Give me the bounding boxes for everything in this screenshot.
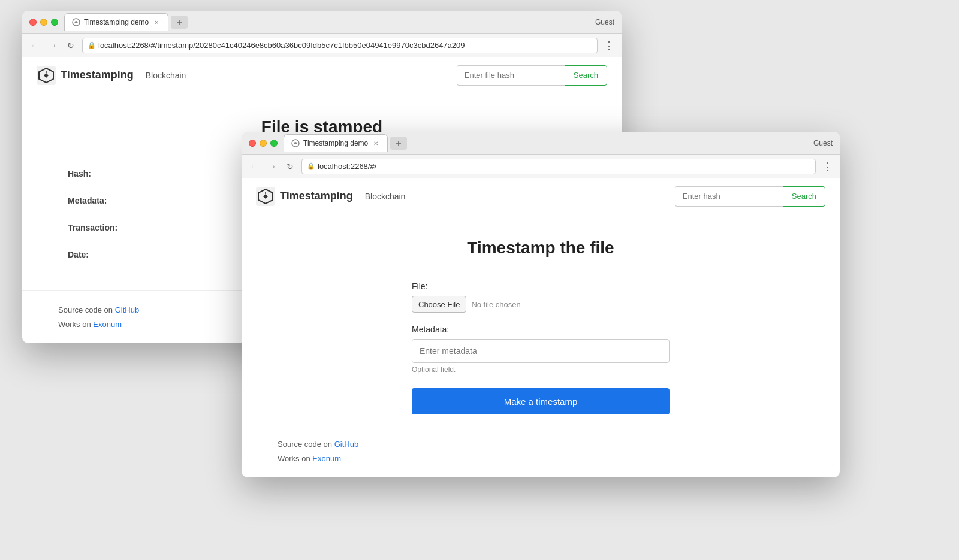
new-tab-button-front[interactable]	[390, 137, 407, 150]
brand-front: Timestamping	[256, 187, 353, 206]
minimize-button-front[interactable]	[260, 140, 267, 147]
search-area-front: Search	[675, 186, 825, 207]
url-bar-front[interactable]: 🔒 localhost:2268/#/	[301, 159, 816, 174]
traffic-lights-back	[29, 19, 58, 26]
label-metadata: Metadata:	[58, 187, 142, 214]
file-label: File:	[412, 281, 670, 291]
close-button-back[interactable]	[29, 19, 37, 26]
tab-favicon-front	[291, 139, 300, 147]
app-content-front: Timestamping Blockchain Search Timestamp…	[242, 178, 840, 477]
maximize-button-front[interactable]	[270, 140, 278, 147]
url-bar-back[interactable]: 🔒 localhost:2268/#/timestamp/20280c41c40…	[82, 38, 598, 53]
optional-text: Optional field.	[412, 365, 670, 374]
titlebar-front: Timestamping demo ✕ Guest	[242, 132, 840, 155]
tab-close-back[interactable]: ✕	[152, 18, 161, 26]
exonum-link-back[interactable]: Exonum	[93, 320, 122, 329]
nav-link-front[interactable]: Blockchain	[365, 192, 406, 201]
brand-name-front: Timestamping	[280, 190, 353, 202]
guest-label-back: Guest	[595, 18, 614, 26]
minimize-button-back[interactable]	[40, 19, 47, 26]
metadata-group: Metadata: Optional field.	[412, 325, 670, 374]
label-transaction: Transaction:	[58, 214, 142, 241]
footer-source-front: Source code on GitHub	[278, 437, 804, 451]
search-area-back: Search	[457, 65, 607, 86]
new-tab-button-back[interactable]	[171, 16, 188, 29]
navbar-back: Timestamping Blockchain Search	[22, 57, 622, 93]
tab-area-front: Timestamping demo ✕	[284, 134, 833, 152]
page-title-front: Timestamp the file	[278, 238, 804, 258]
more-button-front[interactable]: ⋮	[821, 160, 834, 173]
tab-title-front: Timestamping demo	[303, 139, 368, 147]
search-input-front[interactable]	[675, 186, 783, 207]
form-section: File: Choose File No file chosen Metadat…	[412, 281, 670, 414]
maximize-button-back[interactable]	[51, 19, 58, 26]
brand-logo-front	[256, 187, 275, 206]
brand-back: Timestamping	[37, 66, 134, 85]
footer-front: Source code on GitHub Works on Exonum	[242, 425, 840, 477]
close-button-front[interactable]	[249, 140, 256, 147]
navbar-front: Timestamping Blockchain Search	[242, 178, 840, 214]
tab-favicon-back	[72, 18, 80, 26]
url-text-front: localhost:2268/#/	[318, 162, 376, 171]
github-link-back[interactable]: GitHub	[115, 305, 139, 314]
forward-button-front[interactable]: →	[266, 160, 279, 173]
reload-button-front[interactable]: ↻	[284, 160, 297, 173]
traffic-lights-front	[249, 140, 278, 147]
exonum-link-front[interactable]: Exonum	[312, 454, 341, 463]
addressbar-front: ← → ↻ 🔒 localhost:2268/#/ ⋮	[242, 155, 840, 178]
tab-back[interactable]: Timestamping demo ✕	[64, 13, 168, 31]
github-link-front[interactable]: GitHub	[334, 440, 358, 449]
addressbar-back: ← → ↻ 🔒 localhost:2268/#/timestamp/20280…	[22, 34, 622, 57]
tab-front[interactable]: Timestamping demo ✕	[284, 134, 388, 152]
lock-icon-front: 🔒	[307, 162, 315, 170]
label-date: Date:	[58, 241, 142, 268]
more-button-back[interactable]: ⋮	[602, 39, 616, 52]
file-input-row: Choose File No file chosen	[412, 296, 670, 313]
search-button-front[interactable]: Search	[783, 186, 825, 207]
metadata-input[interactable]	[412, 339, 670, 363]
file-group: File: Choose File No file chosen	[412, 281, 670, 313]
back-button-front[interactable]: ←	[248, 160, 261, 173]
brand-logo-back	[37, 66, 56, 85]
brand-name-back: Timestamping	[61, 69, 134, 81]
search-input-back[interactable]	[457, 65, 565, 86]
nav-link-back[interactable]: Blockchain	[146, 71, 186, 80]
browser-window-front: Timestamping demo ✕ Guest ← → ↻ 🔒 localh…	[242, 132, 840, 477]
metadata-label: Metadata:	[412, 325, 670, 334]
reload-button-back[interactable]: ↻	[64, 39, 77, 52]
lock-icon-back: 🔒	[88, 41, 96, 49]
guest-label-front: Guest	[813, 139, 833, 147]
main-content-front: Timestamp the file File: Choose File No …	[242, 214, 840, 425]
titlebar-back: Timestamping demo ✕ Guest	[22, 11, 622, 34]
tab-area-back: Timestamping demo ✕	[64, 13, 614, 31]
make-timestamp-button[interactable]: Make a timestamp	[412, 388, 670, 414]
search-button-back[interactable]: Search	[565, 65, 607, 86]
no-file-text: No file chosen	[471, 300, 520, 309]
choose-file-button[interactable]: Choose File	[412, 296, 466, 313]
back-button-back[interactable]: ←	[28, 39, 41, 52]
tab-title-back: Timestamping demo	[84, 18, 149, 26]
url-text-back: localhost:2268/#/timestamp/20280c41c4024…	[98, 41, 465, 50]
forward-button-back[interactable]: →	[46, 39, 59, 52]
label-hash: Hash:	[58, 161, 142, 187]
tab-close-front[interactable]: ✕	[372, 139, 380, 147]
footer-works-front: Works on Exonum	[278, 452, 804, 465]
